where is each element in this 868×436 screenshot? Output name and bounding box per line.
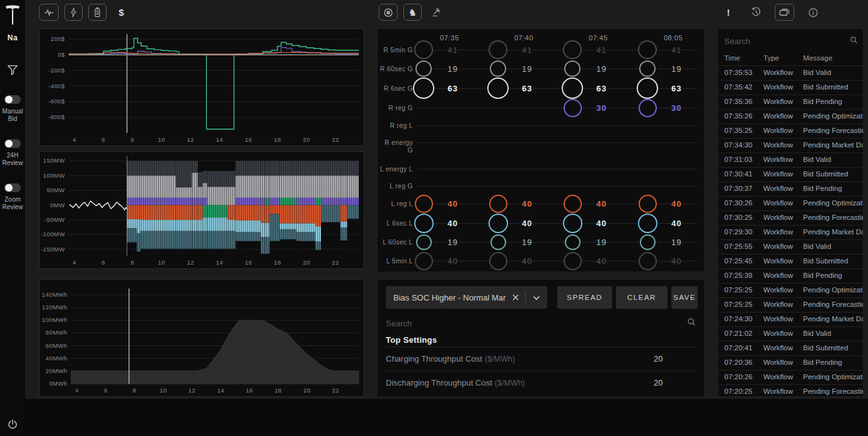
log-row[interactable]: 07:31:03WorkflowBid Valid (718, 152, 863, 167)
log-row[interactable]: 07:30:37WorkflowBid Pending (718, 181, 863, 196)
svg-text:10: 10 (159, 387, 166, 394)
log-row[interactable]: 07:35:25WorkflowPending Forecasting (718, 123, 863, 138)
log-row[interactable]: 07:29:30WorkflowPending Market Data (718, 225, 863, 239)
preset-dropdown[interactable]: Bias SOC Higher - Normal Market (386, 286, 547, 309)
svg-text:10: 10 (158, 136, 165, 143)
bid-circle[interactable] (564, 99, 582, 117)
manual-bid-toggle[interactable] (4, 95, 21, 104)
clear-button[interactable]: CLEAR (616, 286, 668, 309)
log-row[interactable]: 07:25:39WorkflowBid Pending (718, 268, 863, 283)
bid-circle[interactable] (640, 234, 656, 250)
svg-text:18: 18 (275, 387, 282, 394)
battery-icon[interactable] (88, 4, 107, 21)
zoom-review-toggle[interactable] (4, 183, 21, 192)
save-button[interactable]: SAVE (671, 286, 698, 309)
bid-circle[interactable] (564, 195, 582, 213)
bid-circle[interactable] (562, 77, 583, 99)
bid-circle[interactable] (564, 252, 582, 270)
bid-circle[interactable] (637, 77, 658, 99)
log-row[interactable]: 07:20:26WorkflowPending Optimization (718, 370, 863, 384)
log-row[interactable]: 07:20:41WorkflowBid Submitted (718, 341, 863, 355)
record-icon[interactable] (379, 4, 398, 21)
bid-circle[interactable] (639, 99, 657, 117)
settings-search-input[interactable] (386, 319, 687, 328)
log-row[interactable]: 07:24:30WorkflowPending Market Data (718, 312, 863, 326)
log-row[interactable]: 07:35:36WorkflowBid Pending (718, 95, 863, 109)
bid-value: 19 (671, 238, 681, 247)
info-icon[interactable] (804, 4, 822, 21)
log-row[interactable]: 07:35:53WorkflowBid Valid (718, 66, 863, 80)
power-icon[interactable] (0, 418, 25, 431)
bid-circle[interactable] (563, 40, 582, 59)
setting-value[interactable]: 20 (654, 354, 663, 364)
svg-text:40MWh: 40MWh (45, 355, 67, 362)
settings-panel: Bias SOC Higher - Normal Market SPREAD C… (377, 279, 705, 397)
bid-circle[interactable] (489, 195, 507, 213)
bid-circle[interactable] (415, 195, 433, 213)
knight-icon[interactable]: ♞ (403, 4, 422, 21)
bid-circle[interactable] (563, 214, 582, 233)
bid-circle[interactable] (489, 252, 507, 270)
setting-row[interactable]: Charging Throughput Cost($/MWh)20 (386, 347, 696, 370)
bid-circle[interactable] (490, 234, 506, 250)
pulse-icon[interactable] (39, 4, 59, 21)
preset-dropdown-value: Bias SOC Higher - Normal Market (386, 293, 506, 302)
log-row[interactable]: 07:30:25WorkflowPending Forecasting (718, 210, 863, 225)
history-icon[interactable] (747, 4, 765, 21)
log-row[interactable]: 07:30:41WorkflowBid Submitted (718, 167, 863, 181)
bid-value: 40 (596, 256, 606, 266)
bid-circle[interactable] (490, 60, 506, 77)
setting-row[interactable]: Discharging Throughput Cost($/MWh)20 (386, 371, 696, 394)
svg-text:12: 12 (188, 387, 195, 394)
bid-circle[interactable] (639, 195, 657, 213)
sidebar: Na Manual Bid 24H Review Zoom Review (0, 0, 25, 436)
bid-circle[interactable] (565, 234, 581, 250)
log-row[interactable]: 07:25:25WorkflowPending Forecasting (718, 297, 863, 312)
spread-button[interactable]: SPREAD (557, 286, 612, 309)
bid-circle[interactable] (414, 214, 434, 233)
bid-circle[interactable] (413, 77, 434, 99)
log-row[interactable]: 07:30:26WorkflowPending Optimization (718, 196, 863, 210)
setting-value[interactable]: 20 (654, 378, 663, 387)
log-row[interactable]: 07:20:25WorkflowPending Forecasting (718, 384, 863, 396)
bid-circle[interactable] (415, 60, 432, 77)
bid-circle[interactable] (415, 252, 433, 270)
log-search-input[interactable] (724, 37, 850, 46)
bid-circle[interactable] (414, 40, 433, 59)
svg-text:12: 12 (187, 136, 194, 143)
bid-circle[interactable] (564, 60, 581, 77)
bid-circle[interactable] (489, 40, 507, 59)
svg-text:22: 22 (332, 387, 339, 394)
svg-text:10: 10 (158, 259, 165, 266)
log-row[interactable]: 07:34:30WorkflowPending Market Data (718, 138, 863, 152)
filter-icon[interactable] (6, 64, 19, 79)
bid-circle[interactable] (487, 77, 509, 99)
soc-chart-panel[interactable]: 140MWh120MWh100MWh80MWh60MWh40MWh20MWh0M… (39, 279, 364, 397)
24h-review-toggle[interactable] (4, 139, 21, 148)
setting-label: Charging Throughput Cost (386, 354, 482, 364)
bid-value: 63 (596, 84, 606, 93)
dollar-icon[interactable]: $ (112, 4, 130, 21)
log-row[interactable]: 07:20:36WorkflowBid Pending (718, 355, 863, 370)
bid-circle[interactable] (639, 60, 656, 77)
log-row[interactable]: 07:21:02WorkflowBid Valid (718, 326, 863, 341)
log-row[interactable]: 07:25:25WorkflowPending Optimization (718, 283, 863, 297)
bid-circle[interactable] (639, 252, 657, 270)
bolt-icon[interactable] (64, 4, 83, 21)
clear-preset-icon[interactable] (506, 292, 525, 303)
log-row[interactable]: 07:35:42WorkflowBid Submitted (718, 80, 863, 95)
alert-icon[interactable]: ! (719, 4, 738, 21)
bid-circle[interactable] (489, 214, 508, 233)
log-row[interactable]: 07:35:26WorkflowPending Optimization (718, 109, 863, 123)
bid-circle[interactable] (638, 214, 657, 233)
dispatch-chart-panel[interactable]: 150MW100MW50MW0MW-50MW-100MW-150MW468101… (39, 151, 364, 269)
event-log-panel: Time Type Message 07:35:53WorkflowBid Va… (717, 28, 864, 397)
revenue-chart-panel[interactable]: 200$0$-200$-400$-600$-800$46810121416182… (39, 28, 364, 146)
gavel-icon[interactable] (427, 4, 446, 21)
bid-circle[interactable] (416, 234, 432, 250)
card-icon[interactable] (775, 4, 794, 21)
log-row[interactable]: 07:25:45WorkflowBid Submitted (718, 254, 863, 268)
bid-circle[interactable] (638, 40, 657, 59)
log-row[interactable]: 07:25:55WorkflowBid Valid (718, 239, 863, 254)
chevron-down-icon[interactable] (526, 292, 547, 303)
